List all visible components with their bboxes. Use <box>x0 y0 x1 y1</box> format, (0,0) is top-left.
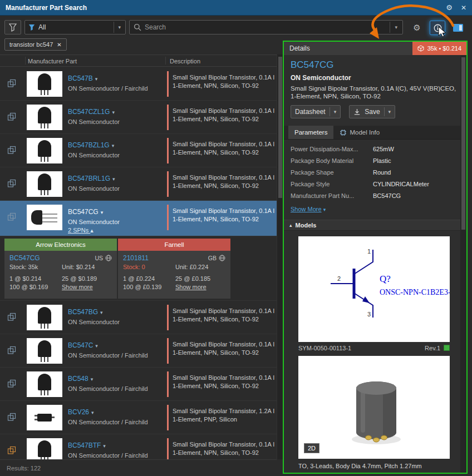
stock-indicator-bar <box>167 338 169 364</box>
chevron-down-icon: ▾ <box>112 176 115 182</box>
search-history-chevron-icon[interactable]: ▾ <box>390 22 399 33</box>
part-number-link[interactable]: BC547BG <box>68 308 98 316</box>
funnel-icon <box>9 23 17 32</box>
parameter-label: Power Dissipation-Max... <box>291 146 373 152</box>
close-icon[interactable]: ✕ <box>461 4 466 12</box>
scrollbar-thumb[interactable] <box>461 57 465 230</box>
table-row[interactable]: BC548▾ ON Semiconductor / Fairchild Smal… <box>0 368 277 401</box>
stock-price-badge: 35k • $0.214 <box>412 42 466 55</box>
detail-description: Small Signal Bipolar Transistor, 0.1A I(… <box>291 85 458 100</box>
table-row[interactable]: BC547C▾ ON Semiconductor / Fairchild Sma… <box>0 334 277 368</box>
panel-settings-gear-icon[interactable]: ⚙ <box>446 3 453 12</box>
manufacturer-label: ON Semiconductor <box>68 319 164 325</box>
chevron-down-icon: ▾ <box>103 443 106 449</box>
part-description: Small Signal Bipolar Transistor, 0.1A I1… <box>173 307 276 324</box>
part-thumbnail <box>27 138 62 163</box>
info-button[interactable] <box>430 21 445 35</box>
2d-toggle-button[interactable]: 2D <box>304 443 319 453</box>
component-icon <box>7 346 16 355</box>
manufacturer-label: ON Semiconductor <box>68 118 164 125</box>
tab-model-info[interactable]: Model Info <box>333 126 386 139</box>
parameter-label: Package Style <box>291 181 373 187</box>
chevron-down-icon[interactable]: ▾ <box>334 109 337 115</box>
spns-link[interactable]: 2 SPNs ▴ <box>68 227 164 234</box>
manufacturer-label: ON Semiconductor / Fairchild <box>68 352 164 359</box>
details-title: Details <box>289 44 310 52</box>
footprint-3d-preview[interactable]: 2D <box>298 356 450 459</box>
search-filter-chip[interactable]: transistor bc547 ✕ <box>4 38 67 51</box>
part-description: Small Signal Bipolar Transistor, 0.1A I1… <box>173 207 276 224</box>
supplier-name-header[interactable]: Farnell <box>118 239 230 251</box>
part-number-link[interactable]: BC547C <box>68 341 93 349</box>
search-scope-select[interactable]: All ▾ <box>24 20 126 34</box>
part-number-link[interactable]: BCV26 <box>68 408 89 416</box>
column-description[interactable]: Description <box>170 58 200 65</box>
parameter-value: CYLINDRICALMeter <box>373 181 458 187</box>
part-thumbnail <box>27 71 62 97</box>
supplier-name-header[interactable]: Arrow Electronics <box>4 239 117 251</box>
chevron-down-icon: ▾ <box>323 207 326 212</box>
part-number-link[interactable]: BC547CG <box>68 208 99 216</box>
remove-chip-icon[interactable]: ✕ <box>57 42 61 48</box>
search-box[interactable]: ▾ <box>129 20 403 34</box>
supplier-card: Arrow Electronics BC547CG US Stock: 35k <box>4 239 117 299</box>
part-description: Small Signal Bipolar Transistor, 0.1A I1… <box>173 340 276 357</box>
table-row[interactable]: BC547B▾ ON Semiconductor / Fairchild Sma… <box>0 67 277 101</box>
column-manufacturer-part[interactable]: Manufacturer Part <box>28 58 77 65</box>
chevron-down-icon: ▾ <box>95 76 98 82</box>
part-number-link[interactable]: BC547BZL1G <box>68 141 110 149</box>
part-number-link[interactable]: BC547BRL1G <box>68 175 110 182</box>
parameter-value: 625mW <box>373 146 458 152</box>
symbol-designator: Q? <box>380 274 391 284</box>
package-cube-icon <box>417 45 424 52</box>
window-title: Manufacturer Part Search <box>6 4 87 12</box>
parameter-row: Package Shape Round <box>291 166 458 178</box>
stock-indicator-bar <box>167 371 169 397</box>
supplier-part-link[interactable]: 2101811 <box>123 254 149 262</box>
part-number-link[interactable]: BC547B <box>68 75 93 82</box>
models-section-header[interactable]: ▴ Models <box>284 220 460 231</box>
part-number-link[interactable]: BC547BTF <box>68 442 101 449</box>
table-row[interactable]: BC547BTF▾ ON Semiconductor / Fairchild S… <box>0 434 277 459</box>
detail-manufacturer: ON Semiconductor <box>291 74 458 82</box>
table-row[interactable]: BCV26▾ ON Semiconductor / Fairchild Smal… <box>0 401 277 434</box>
scrollbar-thumb[interactable] <box>278 57 282 198</box>
datasheet-button[interactable]: Datasheet ▾ <box>291 105 341 118</box>
table-row[interactable]: BC547BG▾ ON Semiconductor Small Signal B… <box>0 301 277 334</box>
component-icon <box>7 413 16 422</box>
part-number-link[interactable]: BC548 <box>68 375 88 383</box>
schematic-symbol-preview[interactable]: 1 2 3 Q? ONSC-NPN-C1B2E3-3 <box>298 236 450 342</box>
to92-3d-render <box>298 356 450 459</box>
price-break: 25 @ $0.189 <box>62 275 112 282</box>
show-more-link[interactable]: Show More ▾ <box>291 206 458 212</box>
parameter-value: Plastic <box>373 157 458 164</box>
status-bar: Results: 122 <box>0 459 277 476</box>
supplier-prices-section: Arrow Electronics BC547CG US Stock: 35k <box>0 236 277 301</box>
supplier-part-link[interactable]: BC547CG <box>9 254 40 262</box>
chevron-down-icon[interactable]: ▾ <box>389 109 391 115</box>
component-icon <box>7 179 16 188</box>
table-row[interactable]: BC547BZL1G▾ ON Semiconductor Small Signa… <box>0 134 277 167</box>
table-row[interactable]: BC547CG▾ ON Semiconductor 2 SPNs ▴ Small… <box>0 201 277 236</box>
info-icon <box>434 24 442 32</box>
search-input[interactable] <box>145 23 386 31</box>
pin-2-label: 2 <box>337 275 341 282</box>
manufacturer-label: ON Semiconductor / Fairchild <box>68 85 164 92</box>
part-number-link[interactable]: BC547CZL1G <box>68 108 110 116</box>
table-row[interactable]: BC547BRL1G▾ ON Semiconductor Small Signa… <box>0 167 277 201</box>
panels-button[interactable] <box>450 21 466 35</box>
details-scrollbar[interactable] <box>460 55 466 473</box>
show-more-link[interactable]: Show more <box>62 284 112 290</box>
detail-part-number[interactable]: BC547CG <box>291 60 458 71</box>
chevron-down-icon: ▾ <box>95 343 98 349</box>
settings-button[interactable]: ⚙ <box>410 21 424 34</box>
stock-indicator-bar <box>167 71 169 97</box>
footprint-caption: TO, 3-Leads, Body Dia 4.7mm, Pitch 1.27m… <box>298 463 458 469</box>
symbol-revision: Rev.1 <box>425 345 440 351</box>
table-row[interactable]: BC547CZL1G▾ ON Semiconductor Small Signa… <box>0 101 277 134</box>
tab-parameters[interactable]: Parameters <box>288 126 333 139</box>
show-more-link[interactable]: Show more <box>175 284 225 290</box>
save-button[interactable]: Save ▾ <box>349 105 395 118</box>
title-bar: Manufacturer Part Search ⚙ ✕ <box>0 0 472 16</box>
filter-button[interactable] <box>4 20 21 34</box>
